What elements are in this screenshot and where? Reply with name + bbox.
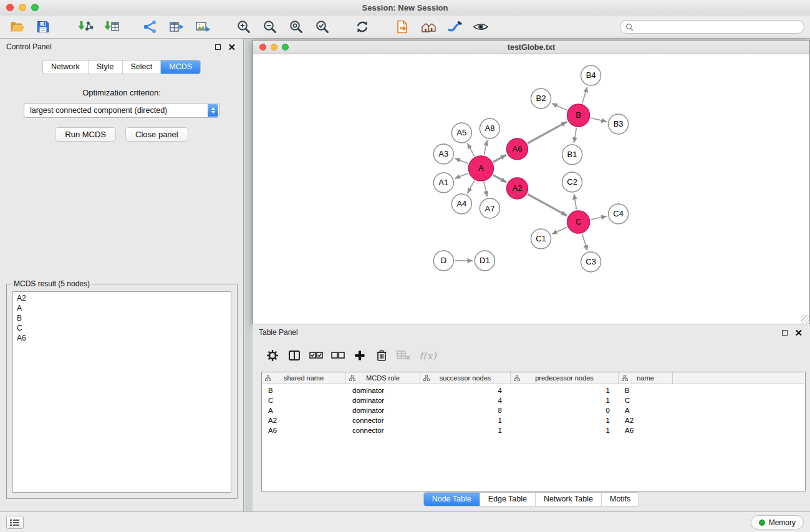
control-tab-network[interactable]: Network [43,60,89,74]
table-cell[interactable]: 8 [420,407,511,414]
import-network-from-file-button[interactable] [72,17,99,37]
delete-table-button[interactable] [392,346,414,365]
open-session-button[interactable] [389,17,415,37]
column-header-name[interactable]: name [619,372,673,384]
table-cell[interactable]: A6 [619,427,673,434]
zoom-fit-button[interactable] [283,17,309,37]
graph-node-B3[interactable]: B3 [609,114,629,134]
mcds-result-item[interactable]: C [13,323,231,333]
table-cell[interactable]: C [262,397,346,404]
table-cell[interactable]: 4 [420,397,511,404]
table-cell[interactable]: 1 [511,417,619,424]
table-cell[interactable]: 1 [511,427,619,434]
show-hide-button[interactable] [468,17,494,37]
table-cell[interactable]: 1 [420,427,511,434]
control-tab-style[interactable]: Style [89,60,123,74]
export-image-button[interactable] [190,17,216,37]
table-cell[interactable]: 1 [511,387,619,394]
mcds-result-list[interactable]: A2ABCA6 [12,291,231,493]
new-table-button[interactable] [163,17,190,37]
close-panel-button-mcds[interactable]: Close panel [125,127,188,142]
graph-edge-B-B2[interactable] [552,104,567,110]
table-cell[interactable]: dominator [346,407,420,414]
column-header-shared-name[interactable]: shared name [262,372,346,384]
zoom-in-button[interactable] [231,17,257,37]
graph-node-C[interactable]: C [567,211,590,233]
table-cell[interactable]: A2 [262,417,346,424]
table-tab-network-table[interactable]: Network Table [536,493,602,506]
graph-edge-A-A6[interactable] [493,155,506,162]
zoom-selected-button[interactable] [309,17,335,37]
node-table[interactable]: shared nameMCDS rolesuccessor nodesprede… [261,372,806,491]
unselect-all-columns-button[interactable] [327,346,349,365]
graph-edge-C-C2[interactable] [574,194,577,210]
graph-node-A8[interactable]: A8 [480,118,499,138]
table-cell[interactable]: 1 [420,417,511,424]
graph-edge-A-A5[interactable] [467,143,474,157]
delete-row-button[interactable] [370,346,392,365]
graph-node-A7[interactable]: A7 [480,198,499,218]
open-file-button[interactable] [4,17,30,37]
graph-edge-C-C4[interactable] [591,216,607,220]
network-minimize-button[interactable] [271,44,277,51]
table-cell[interactable]: C [619,397,673,404]
graph-node-A2[interactable]: A2 [506,178,528,199]
graph-edge-B-B1[interactable] [574,128,577,143]
graph-node-C1[interactable]: C1 [531,229,551,249]
table-row[interactable]: Bdominator41B [262,385,805,395]
graph-node-A3[interactable]: A3 [433,144,453,164]
table-tab-edge-table[interactable]: Edge Table [480,493,536,506]
graph-edge-C-C3[interactable] [582,234,587,251]
graph-edge-A-A4[interactable] [467,180,474,193]
table-cell[interactable]: dominator [346,387,420,394]
column-header-successor-nodes[interactable]: successor nodes [420,372,511,384]
network-canvas-svg[interactable]: B4B2BB3A8A5A6A3B1AC2A1A2A4A7C4CC1C3DD1 [253,55,809,324]
column-header-predecessor-nodes[interactable]: predecessor nodes [511,372,619,384]
refresh-view-button[interactable] [349,17,375,37]
graph-edge-A-A1[interactable] [455,173,468,178]
table-cell[interactable]: A [619,407,673,414]
graph-edge-B-B3[interactable] [591,118,607,122]
graph-node-A1[interactable]: A1 [433,173,453,193]
table-cell[interactable]: dominator [346,397,420,404]
close-table-panel-button[interactable]: ✕ [794,328,803,337]
graph-node-D1[interactable]: D1 [475,251,494,271]
table-cell[interactable]: connector [346,417,420,424]
graph-node-C2[interactable]: C2 [562,172,582,192]
graph-edge-A-A7[interactable] [484,181,487,196]
table-tab-node-table[interactable]: Node Table [424,493,480,506]
table-cell[interactable]: 1 [511,397,619,404]
new-network-button[interactable] [137,17,163,37]
criterion-dropdown[interactable]: largest connected component (directed) [24,103,219,118]
table-cell[interactable]: B [619,387,673,394]
graph-node-A4[interactable]: A4 [451,194,471,214]
show-panels-button[interactable] [6,516,24,529]
table-tab-motifs[interactable]: Motifs [602,493,639,506]
zoom-window-button[interactable] [31,4,39,11]
graph-node-A5[interactable]: A5 [451,123,471,143]
float-panel-button[interactable] [215,44,221,50]
minimize-window-button[interactable] [19,4,26,11]
mcds-result-item[interactable]: A6 [13,333,231,343]
graph-edge-B-B4[interactable] [582,87,587,104]
mcds-result-item[interactable]: A [13,303,231,313]
graph-edge-A6-B[interactable] [528,122,567,143]
graph-node-C4[interactable]: C4 [609,204,629,224]
memory-button[interactable]: Memory [751,515,804,530]
column-header-MCDS-role[interactable]: MCDS role [346,372,420,384]
table-row[interactable]: Cdominator41C [262,395,805,405]
function-builder-button[interactable]: f(x) [414,346,441,365]
resize-grip[interactable] [801,315,809,324]
control-tab-mcds[interactable]: MCDS [161,60,200,74]
close-panel-button[interactable]: ✕ [228,42,236,52]
control-tab-select[interactable]: Select [123,60,162,74]
add-row-button[interactable] [349,346,370,365]
table-cell[interactable]: 4 [420,387,511,394]
search-field[interactable] [620,20,804,34]
network-close-button[interactable] [259,44,266,51]
graph-edge-A-A3[interactable] [455,158,468,163]
graph-node-A[interactable]: A [468,156,493,181]
table-cell[interactable]: B [262,387,346,394]
graph-node-D[interactable]: D [433,251,453,271]
graph-edge-A2-C[interactable] [528,194,567,216]
